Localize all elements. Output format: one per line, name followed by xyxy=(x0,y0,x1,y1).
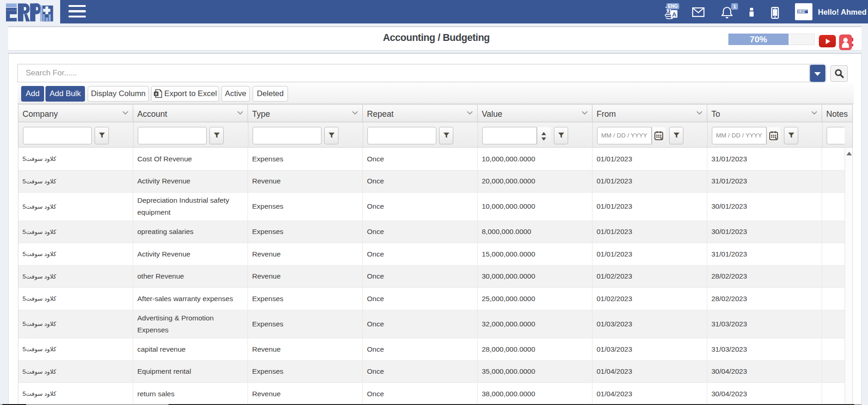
svg-text:x: x xyxy=(155,91,157,96)
svg-text:A: A xyxy=(672,11,676,18)
